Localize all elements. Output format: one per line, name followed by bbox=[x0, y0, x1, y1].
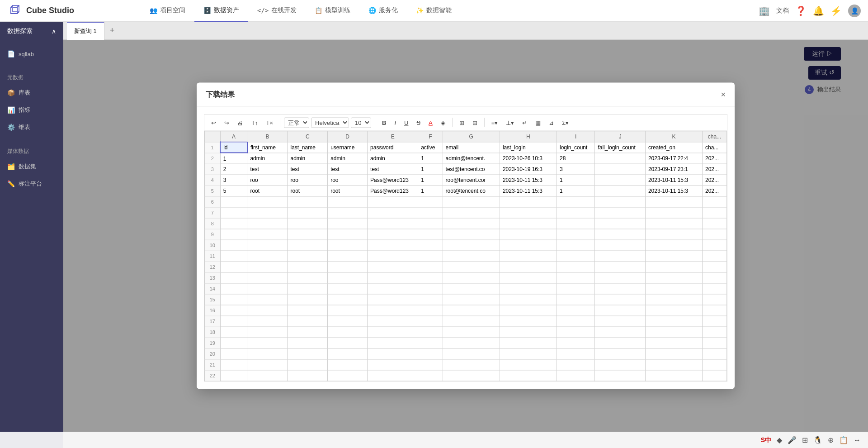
data-cell[interactable] bbox=[500, 316, 557, 327]
data-cell[interactable] bbox=[328, 262, 368, 272]
data-cell[interactable] bbox=[702, 316, 726, 327]
data-cell[interactable] bbox=[500, 327, 557, 338]
data-cell[interactable] bbox=[443, 370, 500, 381]
data-cell[interactable]: login_count bbox=[557, 142, 594, 153]
nav-item-model-train[interactable]: 📋 模型训练 bbox=[306, 0, 359, 22]
data-cell[interactable] bbox=[500, 229, 557, 240]
data-cell[interactable]: 2023-10-11 15:3 bbox=[500, 186, 557, 196]
data-cell[interactable] bbox=[328, 305, 368, 316]
col-header-D[interactable]: D bbox=[328, 131, 368, 142]
data-cell[interactable] bbox=[500, 251, 557, 262]
data-cell[interactable]: 202... bbox=[702, 153, 726, 164]
data-cell[interactable] bbox=[557, 305, 594, 316]
data-cell[interactable] bbox=[595, 175, 646, 186]
data-cell[interactable]: 2023-10-26 10:3 bbox=[500, 153, 557, 164]
data-cell[interactable] bbox=[288, 196, 328, 207]
spreadsheet-container[interactable]: A B C D E F G H I J bbox=[204, 130, 727, 381]
data-cell[interactable] bbox=[288, 229, 328, 240]
data-cell[interactable] bbox=[645, 251, 702, 262]
data-cell[interactable] bbox=[328, 229, 368, 240]
data-cell[interactable] bbox=[418, 348, 443, 359]
sidebar-item-dimensions[interactable]: ⚙️ 维表 bbox=[0, 119, 63, 136]
data-cell[interactable] bbox=[288, 359, 328, 370]
data-cell[interactable] bbox=[328, 283, 368, 294]
data-cell[interactable] bbox=[220, 316, 247, 327]
data-cell[interactable] bbox=[328, 370, 368, 381]
data-cell[interactable] bbox=[288, 338, 328, 348]
data-cell[interactable] bbox=[500, 240, 557, 251]
data-cell[interactable] bbox=[368, 272, 418, 283]
data-cell[interactable] bbox=[500, 218, 557, 229]
data-cell[interactable] bbox=[220, 294, 247, 305]
data-cell[interactable] bbox=[702, 338, 726, 348]
data-cell[interactable] bbox=[500, 196, 557, 207]
data-cell[interactable] bbox=[288, 294, 328, 305]
nav-item-online-dev[interactable]: </> 在线开发 bbox=[248, 0, 306, 22]
data-cell[interactable]: test bbox=[328, 164, 368, 175]
data-cell[interactable] bbox=[443, 338, 500, 348]
data-cell[interactable] bbox=[247, 370, 288, 381]
data-cell[interactable] bbox=[418, 327, 443, 338]
data-cell[interactable] bbox=[247, 240, 288, 251]
data-cell[interactable] bbox=[328, 348, 368, 359]
data-cell[interactable] bbox=[368, 327, 418, 338]
data-cell[interactable] bbox=[702, 359, 726, 370]
data-cell[interactable]: 1 bbox=[557, 175, 594, 186]
data-cell[interactable] bbox=[595, 262, 646, 272]
modal-close-button[interactable]: × bbox=[721, 90, 726, 99]
data-cell[interactable] bbox=[368, 348, 418, 359]
data-cell[interactable] bbox=[220, 272, 247, 283]
data-cell[interactable] bbox=[288, 272, 328, 283]
sidebar-item-annotation[interactable]: ✏️ 标注平台 bbox=[0, 175, 63, 192]
data-cell[interactable] bbox=[288, 348, 328, 359]
data-cell[interactable] bbox=[368, 338, 418, 348]
border-button[interactable]: ▦ bbox=[532, 118, 544, 127]
data-cell[interactable]: Pass@word123 bbox=[368, 175, 418, 186]
insert-table-button[interactable]: ⊞ bbox=[456, 118, 467, 127]
data-cell[interactable] bbox=[702, 207, 726, 218]
data-cell[interactable] bbox=[443, 327, 500, 338]
data-cell[interactable] bbox=[328, 359, 368, 370]
data-cell[interactable]: email bbox=[443, 142, 500, 153]
data-cell[interactable] bbox=[443, 240, 500, 251]
sidebar-item-metrics[interactable]: 📊 指标 bbox=[0, 101, 63, 119]
data-cell[interactable] bbox=[557, 283, 594, 294]
data-cell[interactable] bbox=[418, 283, 443, 294]
align-button[interactable]: ≡▾ bbox=[488, 118, 501, 127]
data-cell[interactable]: 2023-09-17 23:1 bbox=[645, 164, 702, 175]
data-cell[interactable]: 1 bbox=[557, 186, 594, 196]
data-cell[interactable] bbox=[368, 294, 418, 305]
data-cell[interactable] bbox=[328, 272, 368, 283]
data-cell[interactable] bbox=[328, 218, 368, 229]
data-cell[interactable] bbox=[443, 294, 500, 305]
data-cell[interactable] bbox=[418, 359, 443, 370]
data-cell[interactable] bbox=[645, 207, 702, 218]
data-cell[interactable] bbox=[702, 327, 726, 338]
data-cell[interactable] bbox=[220, 240, 247, 251]
data-cell[interactable]: cha... bbox=[702, 142, 726, 153]
data-cell[interactable] bbox=[500, 348, 557, 359]
data-cell[interactable] bbox=[288, 218, 328, 229]
data-cell[interactable]: roo bbox=[247, 175, 288, 186]
data-cell[interactable] bbox=[595, 218, 646, 229]
filter-button[interactable]: ⊿ bbox=[546, 118, 557, 127]
data-cell[interactable] bbox=[557, 240, 594, 251]
nav-item-project[interactable]: 👥 项目空间 bbox=[141, 0, 194, 22]
data-cell[interactable] bbox=[220, 251, 247, 262]
sidebar-item-datasets[interactable]: 🗂️ 数据集 bbox=[0, 158, 63, 175]
bell-icon[interactable]: 🔔 bbox=[813, 5, 824, 16]
data-cell[interactable]: root bbox=[328, 186, 368, 196]
data-cell[interactable] bbox=[368, 229, 418, 240]
data-cell[interactable]: test@tencent.co bbox=[443, 164, 500, 175]
help-icon[interactable]: ❓ bbox=[795, 5, 807, 16]
nav-item-data-intelligence[interactable]: ✨ 数据智能 bbox=[407, 0, 461, 22]
data-cell[interactable] bbox=[247, 229, 288, 240]
data-cell[interactable] bbox=[595, 164, 646, 175]
data-cell[interactable]: root@tencent.co bbox=[443, 186, 500, 196]
data-cell[interactable]: active bbox=[418, 142, 443, 153]
data-cell[interactable] bbox=[247, 283, 288, 294]
data-cell[interactable] bbox=[418, 218, 443, 229]
data-cell[interactable]: 2023-10-19 16:3 bbox=[500, 164, 557, 175]
data-cell[interactable]: 1 bbox=[418, 175, 443, 186]
data-cell[interactable] bbox=[247, 359, 288, 370]
